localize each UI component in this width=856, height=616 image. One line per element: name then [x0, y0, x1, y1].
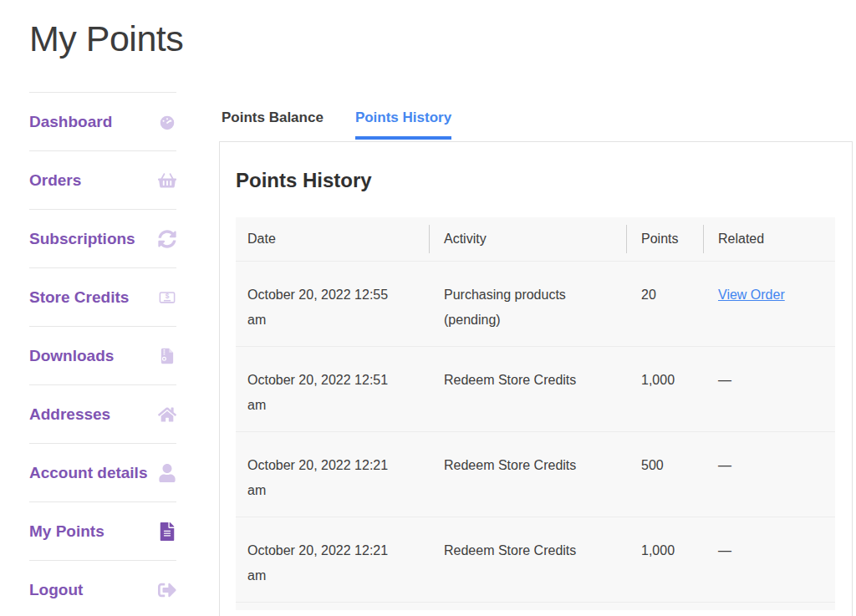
cell-related: — [703, 517, 835, 602]
file-archive-icon [158, 347, 176, 365]
sidebar-item-label: My Points [29, 522, 104, 541]
sidebar-item-label: Logout [29, 581, 83, 599]
cell-date: October 20, 2022 12:51 am [236, 347, 429, 431]
sidebar-item-label: Orders [29, 171, 81, 190]
account-sidebar: Dashboard Orders Subscriptions Store Cre… [29, 92, 176, 616]
sidebar-item-label: Subscriptions [29, 230, 135, 248]
points-history-panel: Points History Date Activity Points Rela… [219, 141, 853, 616]
tab-points-balance[interactable]: Points Balance [222, 109, 324, 140]
sidebar-item-account-details[interactable]: Account details [29, 444, 176, 502]
dashboard-icon [158, 113, 176, 131]
svg-text:$: $ [166, 293, 170, 300]
panel-heading: Points History [236, 169, 835, 192]
cell-related: — [703, 347, 835, 431]
table-row: October 20, 2022 12:51 am Redeem Store C… [236, 346, 835, 431]
sidebar-item-label: Addresses [29, 405, 110, 424]
cell-date: October 20, 2022 12:21 am [236, 432, 429, 517]
home-icon [158, 405, 176, 424]
page-title: My Points [29, 18, 183, 59]
cell-activity: Redeem Store Credits [429, 517, 626, 602]
table-row: October 20, 2022 12:21 am Redeem Store C… [236, 431, 835, 517]
column-header-related: Related [703, 217, 835, 261]
cell-activity: Redeem Store Credits [429, 347, 626, 431]
column-header-points: Points [626, 217, 703, 261]
column-header-activity: Activity [429, 217, 626, 261]
table-header-row: Date Activity Points Related [236, 217, 835, 261]
cell-points: 500 [626, 432, 703, 517]
points-tabs: Points Balance Points History [219, 109, 853, 140]
view-order-link[interactable]: View Order [718, 288, 785, 302]
sidebar-item-store-credits[interactable]: Store Credits $ [29, 268, 176, 327]
sidebar-item-downloads[interactable]: Downloads [29, 327, 176, 385]
sign-out-icon [158, 581, 176, 599]
cell-related: — [703, 432, 835, 517]
cell-activity: Redeem Store Credits [429, 432, 626, 517]
sidebar-item-logout[interactable]: Logout [29, 561, 176, 616]
points-history-table: Date Activity Points Related October 20,… [236, 217, 835, 610]
sidebar-item-dashboard[interactable]: Dashboard [29, 93, 176, 151]
cell-points: 1,000 [626, 347, 703, 431]
cell-points: 1,000 [626, 517, 703, 602]
basket-icon [158, 171, 176, 190]
tab-points-history[interactable]: Points History [355, 109, 451, 140]
sidebar-item-label: Store Credits [29, 288, 129, 307]
cell-activity: Purchasing products (pending) [429, 262, 626, 346]
column-header-date: Date [236, 217, 429, 261]
sidebar-item-my-points[interactable]: My Points [29, 502, 176, 561]
sidebar-item-label: Account details [29, 464, 147, 482]
table-row-partial [236, 602, 835, 610]
money-check-icon: $ [158, 288, 176, 307]
sidebar-item-label: Dashboard [29, 113, 112, 131]
sidebar-item-orders[interactable]: Orders [29, 151, 176, 210]
cell-date: October 20, 2022 12:55 am [236, 262, 429, 346]
user-icon [158, 464, 176, 482]
points-content: Points Balance Points History Points His… [219, 109, 853, 616]
cell-points: 20 [626, 262, 703, 346]
cell-date: October 20, 2022 12:21 am [236, 517, 429, 602]
sync-icon [158, 230, 176, 248]
sidebar-item-label: Downloads [29, 347, 114, 365]
sidebar-item-addresses[interactable]: Addresses [29, 385, 176, 444]
my-account-page: My Points Dashboard Orders Subscriptions… [0, 0, 856, 616]
sidebar-item-subscriptions[interactable]: Subscriptions [29, 210, 176, 268]
file-document-icon [158, 522, 176, 541]
table-row: October 20, 2022 12:55 am Purchasing pro… [236, 261, 835, 346]
table-row: October 20, 2022 12:21 am Redeem Store C… [236, 517, 835, 602]
